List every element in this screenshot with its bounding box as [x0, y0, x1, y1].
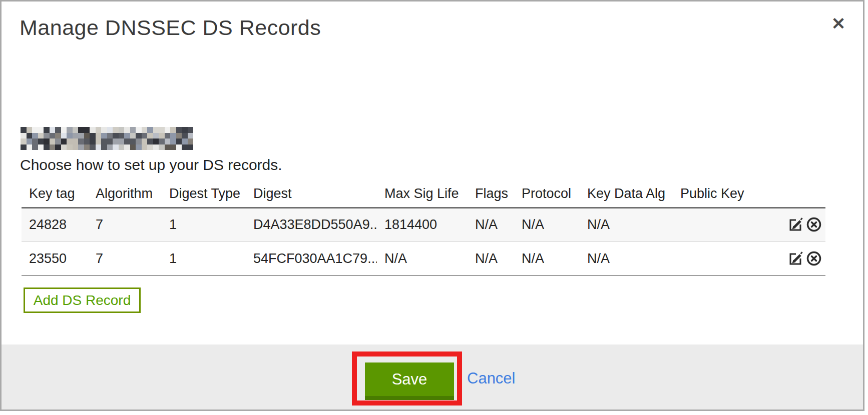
col-header-max-sig-life: Max Sig Life: [377, 180, 468, 208]
col-header-digest: Digest: [246, 180, 377, 208]
redacted-pixel: [159, 144, 165, 150]
redacted-pixel: [73, 127, 79, 133]
redacted-pixel: [165, 138, 171, 144]
redacted-pixel: [142, 127, 148, 133]
dialog-title: Manage DNSSEC DS Records: [20, 16, 321, 40]
redacted-pixel: [21, 138, 27, 144]
redacted-pixel: [119, 133, 125, 139]
cell-flags: N/A: [468, 208, 514, 242]
redacted-pixel: [67, 127, 73, 133]
redacted-pixel: [170, 138, 176, 144]
delete-record-icon[interactable]: [805, 216, 822, 233]
redacted-pixel: [78, 133, 84, 139]
edit-record-icon[interactable]: [787, 216, 804, 233]
close-icon-glyph: ✕: [831, 14, 846, 34]
ds-records-table: Key tag Algorithm Digest Type Digest Max…: [22, 180, 825, 276]
redacted-pixel: [188, 133, 194, 139]
redacted-pixel: [90, 133, 96, 139]
redacted-pixel: [101, 138, 107, 144]
redacted-pixel: [55, 138, 61, 144]
cell-key-tag: 24828: [22, 208, 88, 242]
redacted-pixel: [50, 127, 56, 133]
redacted-pixel: [182, 138, 188, 144]
redacted-pixel: [61, 127, 67, 133]
edit-record-icon[interactable]: [787, 250, 804, 267]
redacted-pixel: [73, 144, 79, 150]
cell-actions: [774, 242, 825, 276]
redacted-pixel: [96, 138, 102, 144]
redacted-pixel: [38, 127, 44, 133]
redacted-pixel: [130, 127, 136, 133]
redacted-pixel: [130, 133, 136, 139]
redacted-pixel: [124, 144, 130, 150]
redacted-pixel: [188, 144, 194, 150]
col-header-public-key: Public Key: [673, 180, 774, 208]
cancel-link[interactable]: Cancel: [467, 370, 516, 388]
col-header-algorithm: Algorithm: [88, 180, 162, 208]
redacted-pixel: [142, 138, 148, 144]
cell-flags: N/A: [468, 242, 514, 276]
redacted-pixel: [96, 127, 102, 133]
cell-digest: 54FCF030AA1C79...: [246, 242, 377, 276]
redacted-pixel: [188, 127, 194, 133]
redacted-pixel: [147, 138, 153, 144]
col-header-digest-type: Digest Type: [162, 180, 246, 208]
close-icon[interactable]: ✕: [826, 12, 850, 36]
redacted-pixel: [61, 133, 67, 139]
redacted-pixel: [73, 138, 79, 144]
redacted-pixel: [142, 133, 148, 139]
redacted-pixel: [61, 138, 67, 144]
redacted-pixel: [136, 127, 142, 133]
redacted-pixel: [44, 138, 50, 144]
redacted-pixel: [113, 138, 119, 144]
redacted-pixel: [147, 133, 153, 139]
redacted-pixel: [136, 138, 142, 144]
col-header-actions: [774, 180, 825, 208]
redacted-pixel: [113, 144, 119, 150]
redacted-pixel: [182, 127, 188, 133]
redacted-pixel: [176, 127, 182, 133]
redacted-pixel: [159, 127, 165, 133]
redacted-pixel: [124, 138, 130, 144]
redacted-pixel: [107, 133, 113, 139]
cell-actions: [774, 208, 825, 242]
col-header-key-tag: Key tag: [22, 180, 88, 208]
redacted-pixel: [90, 138, 96, 144]
redacted-pixel: [165, 144, 171, 150]
redacted-pixel: [32, 144, 38, 150]
redacted-pixel: [84, 138, 90, 144]
redacted-pixel: [61, 144, 67, 150]
add-ds-record-button[interactable]: Add DS Record: [24, 288, 141, 313]
cell-key-data-alg: N/A: [580, 242, 673, 276]
redacted-pixel: [136, 133, 142, 139]
redacted-pixel: [113, 133, 119, 139]
cell-key-tag: 23550: [22, 242, 88, 276]
save-button[interactable]: Save: [365, 362, 454, 400]
redacted-pixel: [101, 127, 107, 133]
cell-key-data-alg: N/A: [580, 208, 673, 242]
redacted-pixel: [136, 144, 142, 150]
col-header-protocol: Protocol: [514, 180, 580, 208]
redacted-pixel: [78, 138, 84, 144]
redacted-pixel: [90, 127, 96, 133]
redacted-pixel: [182, 133, 188, 139]
redacted-pixel: [55, 133, 61, 139]
redacted-pixel: [27, 127, 33, 133]
redacted-pixel: [165, 127, 171, 133]
redacted-pixel: [84, 133, 90, 139]
redacted-pixel: [176, 138, 182, 144]
redacted-pixel: [147, 127, 153, 133]
redacted-pixel: [165, 133, 171, 139]
cell-digest: D4A33E8DD550A9...: [246, 208, 377, 242]
redacted-pixel: [50, 133, 56, 139]
redacted-pixel: [176, 133, 182, 139]
redacted-pixel: [107, 144, 113, 150]
delete-record-icon[interactable]: [805, 250, 822, 267]
redacted-pixel: [38, 144, 44, 150]
redacted-pixel: [101, 133, 107, 139]
redacted-pixel: [32, 127, 38, 133]
cell-protocol: N/A: [514, 242, 580, 276]
redacted-pixel: [44, 144, 50, 150]
redacted-pixel: [119, 138, 125, 144]
redacted-pixel: [176, 144, 182, 150]
